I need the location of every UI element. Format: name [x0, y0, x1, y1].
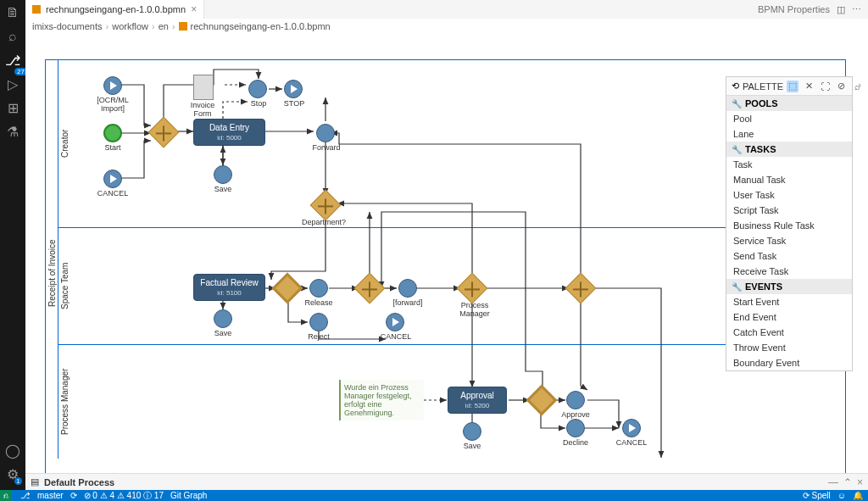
palette-item[interactable]: Script Task [726, 203, 852, 218]
palette-item[interactable]: Throw Event [726, 340, 852, 355]
breadcrumb-seg[interactable]: rechnungseingang-en-1.0.0.bpmn [191, 21, 331, 31]
event-label: Decline [554, 438, 597, 447]
bpmn-canvas[interactable]: Receipt of Invoice Creator Space Team Pr… [25, 34, 868, 473]
problems[interactable]: ⊘ 0 ⚠ 4 ⚠ 410 ⓘ 17 [84, 490, 164, 502]
tab-title: rechnungseingang-en-1.0.0.bpmn [46, 4, 186, 14]
breadcrumb-seg[interactable]: en [159, 21, 169, 31]
event-label: CANCEL [610, 438, 653, 447]
palette-item[interactable]: Receive Task [726, 264, 852, 279]
palette-item[interactable]: Service Task [726, 233, 852, 248]
event-label: [forward] [387, 298, 429, 307]
palette-item[interactable]: Boundary Event [726, 355, 852, 370]
palette-item[interactable]: User Task [726, 187, 852, 203]
bpmn-task-factual-review[interactable]: Factual Review id: 5100 [193, 274, 265, 301]
bpmn-event[interactable] [214, 165, 232, 184]
bpmn-properties-button[interactable]: BPMN Properties [758, 4, 830, 14]
maximize-icon[interactable]: ⌃ [843, 476, 852, 488]
lane-title: Space Team [58, 228, 70, 344]
palette-item[interactable]: Start Event [726, 294, 852, 309]
files-icon[interactable]: 🗎 [5, 5, 20, 20]
bpmn-end-event[interactable] [284, 80, 303, 98]
bpmn-start-event[interactable] [103, 124, 122, 142]
bpmn-start-event[interactable] [103, 76, 122, 95]
refresh-icon[interactable]: ⟲ [732, 81, 739, 92]
bpmn-file-icon [179, 22, 187, 31]
remote-icon[interactable]: ⎌ [0, 490, 12, 501]
palette-item[interactable]: Manual Task [726, 172, 852, 187]
run-icon[interactable]: ▷ [5, 76, 20, 92]
sync-icon[interactable]: ⟳ [70, 491, 77, 500]
event-label: Save [202, 329, 244, 337]
palette-item[interactable]: Business Rule Task [726, 218, 852, 233]
tool-select-icon[interactable]: ⬚ [787, 81, 798, 92]
git-graph-button[interactable]: Git Graph [170, 491, 207, 500]
event-label: Release [298, 298, 340, 307]
split-editor-icon[interactable]: ◫ [837, 4, 845, 15]
spell-button[interactable]: ⟳ Spell [803, 491, 831, 500]
event-label: CANCEL [92, 189, 134, 198]
tool-delete-icon[interactable]: ✕ [803, 81, 815, 92]
palette-category[interactable]: 🔧TASKS [726, 142, 852, 157]
beaker-icon[interactable]: ⚗ [5, 124, 20, 139]
breadcrumb-seg[interactable]: workflow [112, 21, 148, 31]
bpmn-event[interactable] [248, 80, 267, 98]
palette-category[interactable]: 🔧EVENTS [726, 279, 852, 294]
search-icon[interactable]: ⌕ [5, 29, 20, 44]
bpmn-event[interactable] [463, 422, 481, 441]
task-id: id: 5000 [217, 134, 241, 142]
bpmn-event[interactable] [386, 313, 404, 331]
palette-item[interactable]: Send Task [726, 248, 852, 264]
bpmn-event[interactable] [214, 309, 232, 328]
lane-title: Creator [58, 59, 70, 227]
bpmn-event[interactable] [103, 170, 122, 188]
bpmn-event[interactable] [309, 313, 328, 331]
bpmn-event[interactable] [566, 391, 585, 409]
close-icon[interactable]: × [191, 3, 197, 15]
bpmn-data-object[interactable] [193, 75, 214, 100]
breadcrumb[interactable]: imixs-documents› workflow› en› rechnungs… [25, 19, 868, 34]
tool-marquee-icon[interactable]: ⛶ [819, 81, 831, 92]
task-id: id: 5200 [465, 402, 489, 409]
palette-category[interactable]: 🔧POOLS [726, 96, 852, 111]
breadcrumb-seg[interactable]: imixs-documents [32, 21, 103, 31]
editor-tab[interactable]: rechnungseingang-en-1.0.0.bpmn × [25, 0, 204, 19]
event-label: Invoice Form [181, 101, 224, 118]
bpmn-event[interactable] [316, 124, 335, 142]
git-branch[interactable]: master [37, 491, 64, 500]
close-icon[interactable]: × [857, 476, 863, 488]
task-label: Data Entry [209, 123, 249, 132]
minimize-icon[interactable]: — [828, 476, 838, 488]
task-id: id: 5100 [217, 289, 241, 297]
palette-item[interactable]: Pool [726, 111, 852, 126]
palette-item[interactable]: Catch Event [726, 325, 852, 340]
bpmn-event[interactable] [398, 279, 417, 298]
bpmn-event[interactable] [309, 279, 328, 298]
event-label: CANCEL [375, 332, 417, 341]
bpmn-file-icon [32, 5, 41, 14]
branch-icon[interactable]: ⎇ [20, 491, 31, 500]
bpmn-event[interactable] [622, 419, 641, 437]
task-label: Approval [460, 391, 493, 400]
bell-icon[interactable]: 🔔 [853, 491, 863, 500]
event-label: [OCR/ML Import] [92, 96, 134, 113]
bpmn-task-approval[interactable]: Approval id: 5200 [448, 387, 507, 414]
bpmn-annotation[interactable]: Wurde ein Prozess Manager festgelegt, er… [339, 380, 424, 420]
account-icon[interactable]: ◯ [5, 443, 20, 458]
palette-item[interactable]: Task [726, 157, 852, 172]
event-label: STOP [273, 99, 315, 108]
gear-badge: 1 [14, 477, 22, 485]
tool-circle-icon[interactable]: ⊘ [835, 81, 847, 92]
feedback-icon[interactable]: ☺ [837, 491, 846, 500]
event-label: Save [451, 442, 493, 450]
more-icon[interactable]: ⋯ [852, 4, 861, 15]
palette-panel: ⟲ PALETTE ⬚ ✕ ⛶ ⊘ ⌕ 🔧POOLS Pool Lane 🔧TA… [726, 76, 853, 371]
extensions-icon[interactable]: ⊞ [5, 100, 20, 115]
bpmn-event[interactable] [566, 419, 585, 437]
source-control-icon[interactable]: ⎇ [5, 53, 20, 68]
palette-item[interactable]: End Event [726, 309, 852, 325]
event-label: Process Manager [451, 301, 498, 318]
palette-item[interactable]: Lane [726, 126, 852, 142]
process-icon: ▤ [31, 476, 39, 487]
bpmn-task-data-entry[interactable]: Data Entry id: 5000 [193, 119, 265, 146]
palette-expand-icon[interactable]: › [854, 80, 865, 98]
